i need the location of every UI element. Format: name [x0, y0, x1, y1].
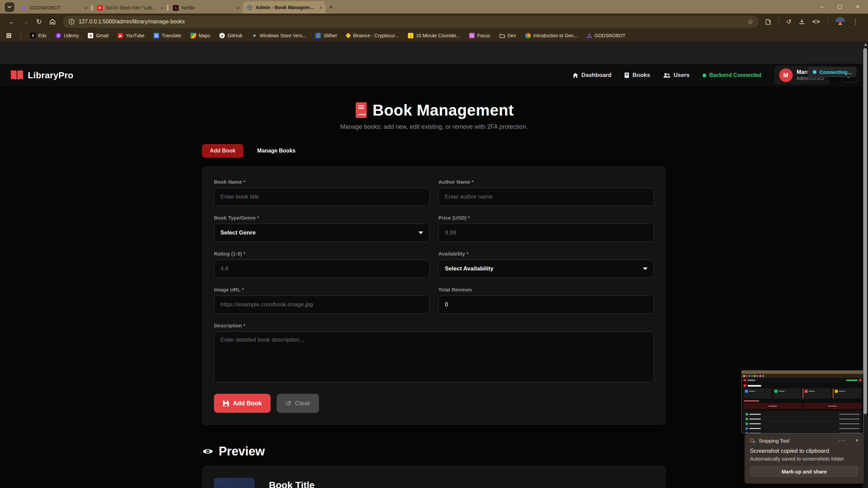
focus-icon: ∿ — [469, 33, 475, 38]
red-book-icon — [354, 102, 367, 118]
profile-avatar[interactable] — [835, 17, 845, 26]
tab-manage-books[interactable]: Manage Books — [250, 144, 303, 158]
nav-link-label: Dashboard — [581, 72, 612, 79]
bookmark-dev-folder[interactable]: Dev — [499, 33, 516, 38]
close-button[interactable]: × — [856, 4, 859, 9]
bookmark-gmail[interactable]: MGmail — [88, 33, 108, 38]
author-name-input[interactable] — [438, 188, 654, 206]
bookmark-youtube[interactable]: ▶YouTube — [118, 33, 144, 38]
price-input[interactable] — [438, 224, 654, 242]
minimize-button[interactable]: – — [821, 4, 824, 9]
page-header: Book Management — [202, 101, 666, 119]
tab-title: GODSROBOT — [30, 5, 81, 11]
image-url-label: Image URL * — [214, 287, 430, 292]
apps-grid-icon[interactable] — [6, 33, 12, 38]
site-info-icon[interactable] — [68, 19, 75, 25]
devtools-icon[interactable]: <> — [812, 18, 820, 25]
backend-status: Backend Connected — [703, 72, 762, 78]
bookmark-10-minute[interactable]: ⋮10 Minute Countdo... — [408, 33, 460, 38]
history-icon[interactable]: ↺ — [786, 18, 791, 25]
tab-search-button[interactable] — [5, 2, 14, 12]
preview-book-title: Book Title — [269, 480, 355, 488]
bookmark-windows-store[interactable]: ✕Windows Store Vers... — [252, 33, 307, 38]
field-author-name: Author Name * — [438, 179, 654, 206]
screenshot-thumbnail[interactable] — [742, 370, 864, 433]
brand-name: LibraryPro — [28, 70, 74, 81]
tab-close-icon[interactable]: × — [236, 5, 239, 11]
nav-link-users[interactable]: Users — [663, 72, 689, 79]
home-icon — [572, 73, 578, 78]
reload-button[interactable]: ↻ — [33, 16, 45, 27]
bookmark-binance[interactable]: Binance - Cryptocur... — [346, 33, 399, 38]
forward-button[interactable]: → — [20, 16, 31, 27]
notification-more-icon[interactable]: ··· — [839, 438, 846, 444]
library-book-logo-icon — [10, 70, 24, 81]
google-colors-icon — [525, 33, 531, 38]
availability-select[interactable]: Select Availability — [438, 260, 654, 278]
bookmark-star-icon[interactable]: ☆ — [747, 18, 753, 26]
genre-select[interactable]: Select Genre — [214, 224, 430, 242]
maximize-button[interactable] — [838, 5, 842, 9]
book-name-input[interactable] — [214, 188, 430, 206]
tab-close-icon[interactable]: × — [319, 5, 322, 11]
description-textarea[interactable] — [214, 331, 654, 382]
bookmark-label: Udemy — [64, 33, 79, 38]
x-icon: X — [30, 33, 36, 38]
folder-icon — [499, 33, 505, 38]
bookmark-translate[interactable]: GTranslate — [154, 33, 181, 38]
rating-input[interactable] — [214, 260, 430, 278]
tab-add-book[interactable]: Add Book — [202, 144, 243, 158]
extensions-icon[interactable] — [765, 19, 771, 25]
total-reviews-input[interactable] — [438, 296, 654, 314]
bookmark-udemy[interactable]: UUdemy — [56, 33, 79, 38]
browser-tab-admin-active[interactable]: Admin - Book Management × — [243, 1, 326, 14]
tab-close-icon[interactable]: × — [160, 5, 163, 11]
image-url-input[interactable] — [214, 296, 430, 314]
new-tab-button[interactable]: + — [329, 3, 333, 12]
browser-tab-netflix[interactable]: N Netflix × — [169, 2, 243, 14]
address-bar[interactable]: 127.0.0.1:5000/admin/library/manage-book… — [63, 16, 759, 28]
field-image-url: Image URL * — [214, 287, 430, 314]
gmail-icon: M — [88, 33, 93, 38]
url-text[interactable]: 127.0.0.1:5000/admin/library/manage-book… — [79, 19, 743, 25]
netflix-favicon: N — [173, 5, 179, 11]
bookmark-github[interactable]: ●GitHub — [219, 33, 242, 38]
translate-icon: G — [154, 33, 159, 38]
bookmark-intro-gen[interactable]: Introduction to Gen... — [525, 33, 578, 38]
nav-link-books[interactable]: Books — [624, 72, 650, 79]
browser-tab-scifi-film[interactable]: Sci-Fi Short Film "Laboratory Co × — [93, 2, 167, 14]
scrollbar-thumb[interactable] — [863, 48, 867, 414]
description-label: Description * — [214, 323, 654, 328]
field-book-name: Book Name * — [214, 179, 430, 206]
nav-link-dashboard[interactable]: Dashboard — [572, 72, 612, 79]
brand-logo[interactable]: LibraryPro — [10, 70, 74, 81]
browser-tab-godsrobot[interactable]: GODSROBOT × — [17, 2, 91, 14]
clear-button[interactable]: ↺ Clear — [277, 394, 319, 413]
add-book-button[interactable]: Add Book — [214, 394, 271, 413]
back-button[interactable]: ← — [6, 16, 18, 27]
bookmark-edx[interactable]: XEdx — [30, 33, 46, 38]
bookmark-slither[interactable]: SSlither — [315, 33, 337, 38]
bookmark-maps[interactable]: Maps — [191, 33, 210, 38]
mini-navbar — [742, 378, 863, 382]
snipping-tool-notification: Snipping Tool ··· × Screenshot copied to… — [745, 433, 864, 484]
bookmark-label: Slither — [323, 33, 337, 38]
screen: GODSROBOT × Sci-Fi Short Film "Laborator… — [0, 0, 868, 488]
tab-close-icon[interactable]: × — [84, 5, 87, 11]
bookmark-label: 10 Minute Countdo... — [416, 33, 460, 38]
connecting-label: Connecting... — [820, 69, 852, 75]
home-button[interactable] — [47, 16, 58, 27]
undo-icon: ↺ — [285, 399, 291, 407]
windows-store-icon: ✕ — [252, 33, 257, 38]
scroll-up-arrow-icon[interactable] — [864, 43, 867, 46]
notification-app-name: Snipping Tool — [759, 438, 789, 444]
bookmark-focus[interactable]: ∿Focus — [469, 33, 490, 38]
bookmark-godsrobot[interactable]: GODSROBOT — [587, 33, 626, 38]
download-icon[interactable] — [799, 19, 805, 25]
notification-close-icon[interactable]: × — [855, 438, 859, 444]
menu-dots-icon[interactable]: ⋮ — [852, 18, 859, 25]
site-navbar: LibraryPro Dashboard Books Users Backen — [0, 64, 868, 87]
save-icon — [223, 400, 229, 407]
slither-icon: S — [315, 33, 321, 38]
markup-share-button[interactable]: Mark-up and share — [750, 466, 859, 477]
